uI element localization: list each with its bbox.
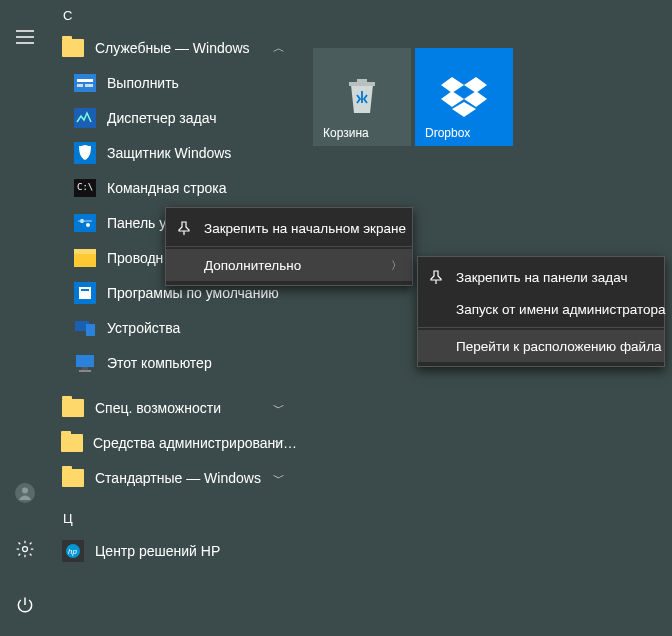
app-label: Защитник Windows [107, 145, 231, 161]
svg-rect-21 [86, 324, 95, 336]
tile-label: Dropbox [425, 126, 470, 140]
app-label: Проводн [107, 250, 163, 266]
ctx-label: Перейти к расположению файла [456, 339, 662, 354]
ctx-pin-taskbar[interactable]: Закрепить на панели задач [418, 261, 664, 293]
power-button[interactable] [6, 586, 44, 624]
ctx-label: Закрепить на начальном экране [204, 221, 406, 236]
control-panel-icon [73, 211, 97, 235]
group-header-ts[interactable]: Ц [55, 503, 295, 533]
svg-rect-16 [74, 254, 96, 267]
svg-rect-23 [82, 367, 88, 370]
app-label: Командная строка [107, 180, 226, 196]
separator [418, 327, 664, 328]
recycle-bin-icon [345, 77, 379, 117]
hp-icon: hp [61, 539, 85, 563]
group-header-c[interactable]: С [55, 0, 295, 30]
this-pc-icon [73, 351, 97, 375]
svg-text:C:\: C:\ [77, 182, 93, 192]
pin-icon [176, 220, 192, 236]
svg-rect-14 [78, 220, 92, 222]
svg-rect-3 [74, 74, 96, 92]
folder-system-tools[interactable]: Служебные — Windows ︿ [55, 30, 295, 65]
chevron-down-icon: ﹀ [273, 399, 285, 416]
tile-dropbox[interactable]: Dropbox [415, 48, 513, 146]
svg-rect-4 [77, 79, 93, 82]
ctx-label: Закрепить на панели задач [456, 270, 627, 285]
separator [166, 246, 412, 247]
folder-icon [61, 396, 85, 420]
ctx-open-location[interactable]: Перейти к расположению файла [418, 330, 664, 362]
user-button[interactable] [6, 474, 44, 512]
folder-ease-of-access[interactable]: Спец. возможности ﹀ [55, 390, 295, 425]
folder-icon [61, 466, 85, 490]
svg-text:hp: hp [68, 547, 77, 556]
svg-rect-11 [74, 214, 96, 232]
explorer-icon [73, 246, 97, 270]
tile-recycle-bin[interactable]: Корзина [313, 48, 411, 146]
ctx-more[interactable]: Дополнительно 〉 [166, 249, 412, 281]
left-rail [0, 0, 50, 636]
app-devices[interactable]: Устройства [55, 310, 295, 345]
app-label: Центр решений HP [95, 543, 220, 559]
default-programs-icon [73, 281, 97, 305]
svg-rect-24 [79, 370, 91, 372]
folder-icon [61, 431, 83, 455]
app-label: Служебные — Windows [95, 40, 250, 56]
ctx-label: Дополнительно [204, 258, 301, 273]
svg-rect-5 [77, 84, 83, 87]
cmd-icon: C:\ [73, 176, 97, 200]
chevron-up-icon: ︿ [273, 39, 285, 56]
folder-accessories[interactable]: Стандартные — Windows ﹀ [55, 460, 295, 495]
svg-rect-18 [79, 287, 91, 299]
pin-icon [428, 269, 444, 285]
run-icon [73, 71, 97, 95]
app-defender[interactable]: Защитник Windows [55, 135, 295, 170]
app-cmd[interactable]: C:\ Командная строка [55, 170, 295, 205]
dropbox-icon [439, 75, 489, 119]
defender-icon [73, 141, 97, 165]
svg-point-13 [86, 223, 90, 227]
ctx-label: Запуск от имени администратора [456, 302, 666, 317]
app-label: Программы по умолчанию [107, 285, 279, 301]
app-label: Панель у [107, 215, 166, 231]
svg-point-1 [22, 488, 28, 494]
context-menu-primary: Закрепить на начальном экране Дополнител… [165, 207, 413, 286]
chevron-right-icon: 〉 [391, 258, 402, 273]
app-run[interactable]: Выполнить [55, 65, 295, 100]
chevron-down-icon: ﹀ [273, 469, 285, 486]
app-this-pc[interactable]: Этот компьютер [55, 345, 295, 380]
tile-label: Корзина [323, 126, 369, 140]
app-label: Диспетчер задач [107, 110, 217, 126]
svg-rect-22 [76, 355, 94, 367]
task-manager-icon [73, 106, 97, 130]
hamburger-button[interactable] [6, 18, 44, 56]
tile-area: Корзина Dropbox [313, 48, 513, 146]
app-label: Стандартные — Windows [95, 470, 261, 486]
folder-admin-tools[interactable]: Средства администрировани… ﹀ [55, 425, 295, 460]
app-label: Этот компьютер [107, 355, 212, 371]
app-label: Устройства [107, 320, 180, 336]
app-hp-center[interactable]: hp Центр решений HP [55, 533, 295, 568]
folder-icon [61, 36, 85, 60]
settings-button[interactable] [6, 530, 44, 568]
context-menu-submenu: Закрепить на панели задач Запуск от имен… [417, 256, 665, 367]
app-task-manager[interactable]: Диспетчер задач [55, 100, 295, 135]
svg-point-2 [23, 547, 28, 552]
chevron-down-icon: ﹀ [273, 434, 285, 451]
app-label: Выполнить [107, 75, 179, 91]
app-label: Спец. возможности [95, 400, 221, 416]
svg-rect-6 [85, 84, 93, 87]
svg-rect-29 [357, 79, 367, 83]
svg-rect-19 [81, 289, 89, 291]
ctx-pin-start[interactable]: Закрепить на начальном экране [166, 212, 412, 244]
ctx-run-admin[interactable]: Запуск от имени администратора [418, 293, 664, 325]
devices-icon [73, 316, 97, 340]
app-label: Средства администрировани… [93, 435, 297, 451]
